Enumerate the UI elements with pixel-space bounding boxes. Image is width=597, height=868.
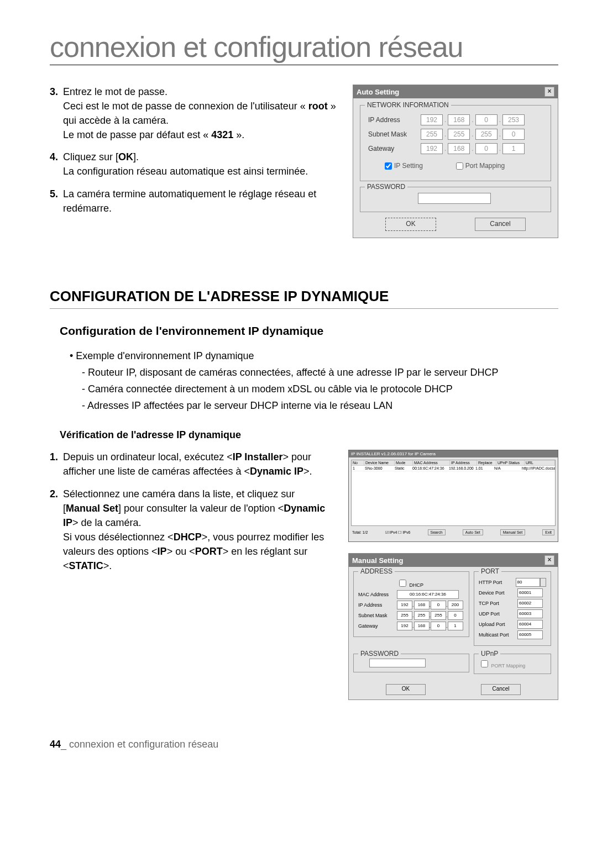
ip-setting-checkbox[interactable]: IP Setting xyxy=(385,162,423,170)
cancel-button[interactable]: Cancel xyxy=(475,218,526,231)
port-mapping-checkbox[interactable]: Port Mapping xyxy=(456,162,505,170)
steps-list-a: 3. Entrez le mot de passe. Ceci est le m… xyxy=(50,85,336,238)
search-button[interactable]: Search xyxy=(428,529,446,535)
steps-list-b: 1. Depuis un ordinateur local, exécutez … xyxy=(50,450,332,700)
close-icon[interactable]: × xyxy=(544,555,554,565)
camera-list[interactable]: No Device Name Mode MAC Address IP Addre… xyxy=(351,460,556,526)
mac-input[interactable]: 00:16:6C:47:24:36 xyxy=(397,590,459,599)
exit-button[interactable]: Exit xyxy=(542,529,554,535)
verification-heading: Vérification de l'adresse IP dynamique xyxy=(60,429,558,441)
page-footer: 44_ connexion et configuration réseau xyxy=(50,739,558,750)
dhcp-checkbox[interactable]: DHCP xyxy=(397,578,423,588)
ok-button[interactable]: OK xyxy=(385,218,436,231)
step5-text: La caméra termine automatiquement le rég… xyxy=(63,188,316,214)
autoset-button[interactable]: Auto Set xyxy=(463,529,483,535)
port-mapping-checkbox[interactable]: PORT Mapping xyxy=(479,663,525,669)
spinner-icon[interactable] xyxy=(540,578,547,587)
http-port-input[interactable]: 80 xyxy=(516,578,540,587)
ok-button[interactable]: OK xyxy=(386,684,426,695)
section-heading: CONFIGURATION DE L'ADRESSE IP DYNAMIQUE xyxy=(50,288,558,309)
cancel-button[interactable]: Cancel xyxy=(481,684,521,695)
ip-installer-window: IP INSTALLER v1.2.06.0317 for IP Camera … xyxy=(348,450,558,542)
password-input[interactable] xyxy=(418,193,491,204)
body-text: • Exemple d'environnement IP dynamique -… xyxy=(70,349,558,413)
close-icon[interactable]: × xyxy=(544,87,554,97)
step3-text: Entrez le mot de passe. xyxy=(63,86,167,97)
page-title: connexion et configuration réseau xyxy=(50,30,558,65)
sub-heading: Configuration de l'environnement IP dyna… xyxy=(60,324,558,338)
password-input[interactable] xyxy=(369,659,426,667)
ip-octet[interactable]: 192 xyxy=(421,114,443,125)
network-info-label: NETWORK INFORMATION xyxy=(365,101,451,109)
dialog-title: Auto Setting xyxy=(357,88,399,96)
auto-setting-dialog: Auto Setting × NETWORK INFORMATION IP Ad… xyxy=(353,85,558,238)
manual-setting-dialog: Manual Setting × ADDRESS DHCP MAC Addres… xyxy=(348,553,558,700)
manualset-button[interactable]: Manual Set xyxy=(500,529,525,535)
table-row[interactable]: 1 SNo-3080 Static 00:16:6C:47:24:36 192.… xyxy=(352,466,555,471)
